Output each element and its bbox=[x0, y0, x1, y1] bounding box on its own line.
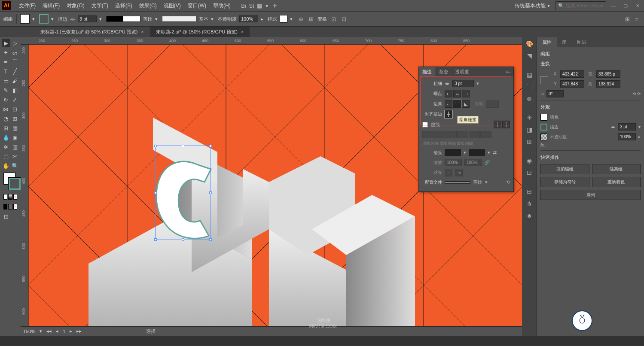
menu-effect[interactable]: 效果(C) bbox=[136, 0, 160, 11]
tab-layers[interactable]: 图层 bbox=[572, 37, 592, 47]
magic-wand-tool[interactable]: ✦ bbox=[2, 48, 10, 57]
y-input[interactable] bbox=[560, 80, 584, 88]
stock-icon[interactable]: St bbox=[248, 2, 256, 9]
menu-select[interactable]: 选择(S) bbox=[112, 0, 136, 11]
swatches-icon[interactable]: ▦ bbox=[525, 70, 534, 79]
dashed-checkbox[interactable] bbox=[422, 122, 428, 127]
stroke-swatch-panel[interactable] bbox=[540, 124, 547, 131]
arrow-start[interactable]: — bbox=[445, 149, 461, 156]
slice-tool[interactable]: ✂ bbox=[11, 152, 19, 161]
arrange-icon[interactable]: ▦ bbox=[256, 2, 263, 9]
artboard-tool[interactable]: ▢ bbox=[2, 152, 10, 161]
close-icon[interactable]: × bbox=[241, 29, 244, 34]
blend-tool[interactable]: ◉ bbox=[11, 133, 19, 142]
join-miter[interactable]: ⌐ bbox=[445, 100, 452, 108]
tab-opacity[interactable]: 透明度 bbox=[452, 67, 473, 77]
close-icon[interactable]: × bbox=[141, 29, 143, 34]
stroke-panel-icon[interactable]: ☀ bbox=[525, 113, 534, 122]
appearance-icon[interactable]: ◉ bbox=[525, 156, 534, 165]
zoom-tool[interactable]: 🔍 bbox=[11, 161, 19, 170]
fx-button[interactable]: fx. bbox=[540, 143, 545, 148]
pathfinder-icon[interactable]: ⋔ bbox=[525, 199, 534, 208]
tab-gradient[interactable]: 渐变 bbox=[435, 67, 452, 77]
profile-combo[interactable] bbox=[445, 181, 470, 184]
dash-align-2[interactable]: ┊ bbox=[502, 121, 510, 128]
x-input[interactable] bbox=[560, 70, 584, 78]
color-panel-icon[interactable]: 🎨 bbox=[525, 39, 534, 48]
opacity-input[interactable] bbox=[239, 15, 258, 22]
tab-properties[interactable]: 属性 bbox=[537, 37, 557, 47]
arrow-down-icon[interactable]: ▾ bbox=[263, 2, 271, 9]
workspace-switcher[interactable]: 传统基本功能▾ bbox=[512, 2, 552, 9]
direct-selection-tool[interactable]: ▷ bbox=[11, 39, 19, 47]
menu-window[interactable]: 窗口(W) bbox=[184, 0, 210, 11]
menu-view[interactable]: 视图(V) bbox=[160, 0, 184, 11]
reference-point[interactable] bbox=[540, 76, 548, 84]
panel-grid-icon[interactable]: ⊞ bbox=[623, 15, 631, 23]
cap-butt[interactable]: ⊏ bbox=[445, 90, 452, 97]
opacity-swatch[interactable] bbox=[540, 134, 547, 140]
symbols-icon[interactable]: ⊛ bbox=[525, 94, 534, 103]
draw-behind[interactable] bbox=[8, 204, 12, 209]
swap-arrows-icon[interactable]: ⇄ bbox=[493, 150, 497, 155]
free-transform-tool[interactable]: ⊡ bbox=[11, 105, 19, 113]
rotate-tool[interactable]: ↻ bbox=[2, 95, 10, 104]
graphic-styles-icon[interactable]: ⊡ bbox=[525, 168, 534, 177]
stroke-color[interactable] bbox=[9, 178, 21, 190]
panel-menu-icon[interactable]: ≡ bbox=[633, 15, 641, 23]
recolor-icon[interactable]: ⊕ bbox=[297, 15, 305, 23]
stroke-weight-panel[interactable] bbox=[618, 123, 636, 131]
fill-stroke-controls[interactable] bbox=[2, 173, 19, 191]
arrange-button[interactable]: 排列 bbox=[540, 190, 641, 200]
menu-file[interactable]: 文件(F) bbox=[15, 0, 39, 11]
weight-input[interactable] bbox=[452, 80, 474, 87]
artboard-nav[interactable]: 1 bbox=[63, 329, 65, 334]
document-tab-2[interactable]: 未标题-2.ai* @ 150% (RGB/GPU 预览)× bbox=[150, 27, 250, 37]
selection-tool[interactable]: ▶ bbox=[2, 39, 10, 47]
dash-align-1[interactable]: ┊ bbox=[494, 121, 501, 128]
symbol-spray-tool[interactable]: ✲ bbox=[2, 143, 10, 151]
document-tab-1[interactable]: 未标题-1 [已恢复].ai* @ 50% (RGB/GPU 预览)× bbox=[34, 27, 150, 37]
gpu-icon[interactable]: ✈ bbox=[271, 2, 279, 9]
transparency-icon[interactable]: ⊞ bbox=[525, 137, 534, 146]
curvature-tool[interactable]: ⌒ bbox=[11, 58, 19, 66]
fill-swatch-panel[interactable] bbox=[540, 114, 547, 121]
screen-mode[interactable]: ⊡ bbox=[2, 212, 10, 221]
draw-normal[interactable] bbox=[3, 204, 7, 209]
rectangle-tool[interactable]: ▭ bbox=[2, 76, 10, 85]
shaper-tool[interactable]: ✎ bbox=[2, 86, 10, 94]
gradient-mode[interactable] bbox=[8, 194, 12, 200]
tab-libraries[interactable]: 库 bbox=[557, 37, 572, 47]
angle-input[interactable] bbox=[546, 90, 564, 97]
eraser-tool[interactable]: ◧ bbox=[11, 86, 19, 94]
panel-menu-icon[interactable]: »≡ bbox=[503, 69, 513, 74]
save-symbol-button[interactable]: 存储为符号 bbox=[540, 177, 589, 187]
scale-tool[interactable]: ⤢ bbox=[11, 95, 19, 104]
shape-builder-tool[interactable]: ◔ bbox=[2, 114, 10, 123]
asset-icon[interactable]: ♣ bbox=[525, 211, 534, 220]
type-tool[interactable]: T bbox=[2, 67, 10, 76]
menu-edit[interactable]: 编辑(E) bbox=[39, 0, 63, 11]
brush-tool[interactable]: 🖌 bbox=[11, 76, 19, 85]
brush-combo[interactable] bbox=[162, 16, 196, 22]
cap-square[interactable]: ⊐ bbox=[462, 90, 470, 97]
transform-label[interactable]: 变换 bbox=[317, 16, 327, 22]
align-panel-icon[interactable]: ⊟ bbox=[525, 187, 534, 196]
h-input[interactable] bbox=[596, 80, 620, 88]
arrow-end[interactable]: — bbox=[469, 149, 485, 156]
align-center[interactable]: ╋ bbox=[445, 110, 452, 118]
draw-inside[interactable] bbox=[13, 204, 17, 209]
tab-stroke[interactable]: 描边 bbox=[419, 67, 435, 77]
maximize-button[interactable]: ▢ bbox=[621, 2, 630, 9]
line-tool[interactable]: ╱ bbox=[11, 67, 19, 76]
menu-help[interactable]: 帮助(H) bbox=[210, 0, 234, 11]
graph-tool[interactable]: ▥ bbox=[11, 143, 19, 151]
join-round[interactable]: ⌒ bbox=[453, 100, 461, 108]
hand-tool[interactable]: ✋ bbox=[2, 161, 10, 170]
mesh-tool[interactable]: ⊞ bbox=[2, 124, 10, 132]
color-guide-icon[interactable]: ◥ bbox=[525, 52, 534, 60]
zoom-level[interactable]: 150% bbox=[23, 329, 35, 334]
mask-icon[interactable]: ⊡ bbox=[340, 15, 348, 23]
menu-object[interactable]: 对象(O) bbox=[63, 0, 88, 11]
eyedropper-tool[interactable]: 💧 bbox=[2, 133, 10, 142]
